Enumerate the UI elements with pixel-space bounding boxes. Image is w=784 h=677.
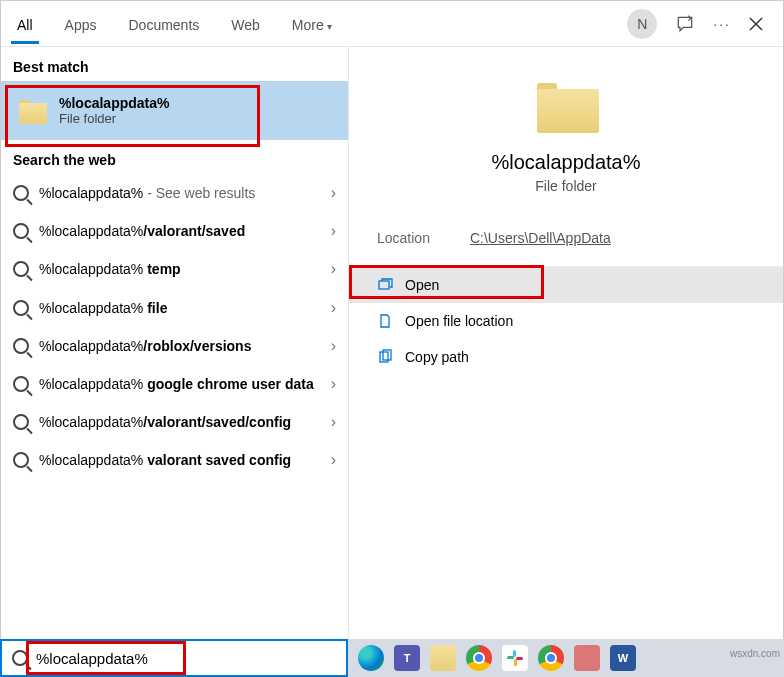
folder-large-icon [533,77,599,133]
taskbar-teams-icon[interactable]: T [394,645,420,671]
search-icon [13,185,29,201]
search-icon [13,300,29,316]
web-result-text: %localappdata%/valorant/saved [39,222,321,240]
svg-rect-7 [514,659,517,666]
close-icon[interactable] [749,17,763,31]
search-icon [13,452,29,468]
web-result-item[interactable]: %localappdata% file› [1,289,348,327]
search-icon [13,414,29,430]
section-search-web: Search the web [1,140,348,174]
taskbar-word-icon[interactable]: W [610,645,636,671]
search-icon [12,650,28,666]
web-result-item[interactable]: %localappdata%/valorant/saved/config› [1,403,348,441]
web-result-item[interactable]: %localappdata% temp› [1,250,348,288]
action-label: Open [405,277,439,293]
web-result-text: %localappdata%/roblox/versions [39,337,321,355]
results-panel: Best match %localappdata% File folder Se… [1,47,349,659]
location-link[interactable]: C:\Users\Dell\AppData [470,230,611,246]
svg-rect-6 [507,656,514,659]
web-result-item[interactable]: %localappdata% google chrome user data› [1,365,348,403]
taskbar-chrome-icon[interactable] [466,645,492,671]
tab-web[interactable]: Web [215,5,276,43]
avatar[interactable]: N [627,9,657,39]
best-match-item[interactable]: %localappdata% File folder [1,81,348,140]
web-result-text: %localappdata% temp [39,260,321,278]
svg-rect-8 [516,657,523,660]
chevron-right-icon: › [331,222,336,240]
header: All Apps Documents Web More N ··· [1,1,783,47]
search-icon [13,376,29,392]
chevron-right-icon: › [331,337,336,355]
web-result-item[interactable]: %localappdata% - See web results› [1,174,348,212]
taskbar-snip-icon[interactable] [574,645,600,671]
location-label: Location [377,230,430,246]
tab-all[interactable]: All [1,5,49,43]
document-icon [377,313,393,329]
web-result-text: %localappdata% valorant saved config [39,451,321,469]
tabs: All Apps Documents Web More [1,5,348,43]
section-best-match: Best match [1,47,348,81]
chevron-right-icon: › [331,260,336,278]
action-copy-path[interactable]: Copy path [349,339,783,375]
svg-rect-2 [379,281,389,289]
action-open-location[interactable]: Open file location [349,303,783,339]
search-icon [13,223,29,239]
search-bar[interactable] [0,639,348,677]
chevron-right-icon: › [331,299,336,317]
taskbar-edge-icon[interactable] [358,645,384,671]
search-input[interactable] [36,650,336,667]
best-match-title: %localappdata% [59,95,169,111]
web-result-text: %localappdata% google chrome user data [39,375,321,393]
best-match-subtitle: File folder [59,111,169,126]
chevron-right-icon: › [331,375,336,393]
watermark: wsxdn.com [730,648,780,659]
taskbar-chrome2-icon[interactable] [538,645,564,671]
chevron-right-icon: › [331,413,336,431]
action-open[interactable]: Open [349,267,783,303]
actions-list: Open Open file location Copy path [349,266,783,375]
search-icon [13,338,29,354]
ellipsis-icon[interactable]: ··· [713,16,731,32]
taskbar-slack-icon[interactable] [502,645,528,671]
web-result-item[interactable]: %localappdata% valorant saved config› [1,441,348,479]
open-icon [377,277,393,293]
action-label: Copy path [405,349,469,365]
folder-icon [17,98,47,124]
web-result-text: %localappdata% file [39,299,321,317]
copy-icon [377,349,393,365]
chevron-right-icon: › [331,184,336,202]
preview-title: %localappdata% [492,151,641,174]
taskbar: T W [348,639,784,677]
tab-more[interactable]: More [276,5,348,43]
feedback-icon[interactable] [675,14,695,34]
tab-apps[interactable]: Apps [49,5,113,43]
taskbar-explorer-icon[interactable] [430,645,456,671]
web-result-text: %localappdata% - See web results [39,184,321,202]
tab-documents[interactable]: Documents [112,5,215,43]
action-label: Open file location [405,313,513,329]
search-icon [13,261,29,277]
svg-rect-5 [513,650,516,657]
web-result-item[interactable]: %localappdata%/valorant/saved› [1,212,348,250]
preview-subtitle: File folder [535,178,596,194]
chevron-right-icon: › [331,451,336,469]
preview-panel: %localappdata% File folder Location C:\U… [349,47,783,659]
web-result-text: %localappdata%/valorant/saved/config [39,413,321,431]
web-result-item[interactable]: %localappdata%/roblox/versions› [1,327,348,365]
